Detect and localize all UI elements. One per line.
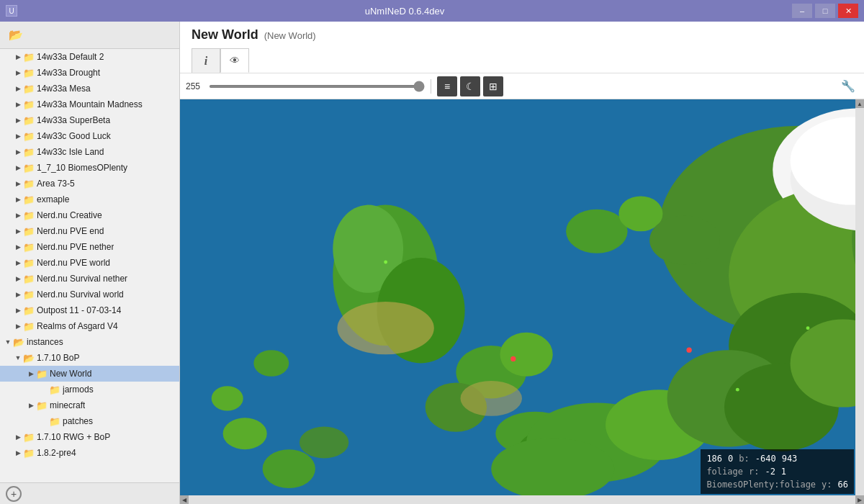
folder-icon: 📁 bbox=[23, 115, 35, 125]
scroll-right-button[interactable]: ▶ bbox=[855, 495, 864, 504]
folder-icon: 📁 bbox=[49, 416, 60, 426]
sidebar-item-nerd-pveworld[interactable]: ▶ 📁 Nerd.nu PVE world bbox=[0, 255, 179, 271]
window-controls: – □ ✕ bbox=[792, 4, 858, 18]
sidebar-item-nerd-pvenether[interactable]: ▶ 📁 Nerd.nu PVE nether bbox=[0, 239, 179, 255]
map-vertical-scrollbar[interactable]: ▲ ▼ bbox=[855, 99, 864, 504]
sidebar-item-14w33c-isleland[interactable]: ▶ 📁 14w33c Isle Land bbox=[0, 144, 179, 160]
tree-arrow: ▶ bbox=[13, 179, 23, 189]
tree-arrow: ▶ bbox=[13, 163, 23, 173]
sidebar-item-exmaple[interactable]: ▶ 📁 exmaple bbox=[0, 192, 179, 207]
add-button[interactable]: + bbox=[6, 486, 22, 502]
tree-arrow: ▶ bbox=[13, 305, 23, 315]
sidebar-item-instances[interactable]: ▼ 📂 instances bbox=[0, 334, 179, 350]
sidebar-item-label: New World bbox=[50, 369, 91, 379]
folder-icon: 📁 bbox=[23, 84, 35, 94]
main-layout: 📂 ▶ 📁 14w33a Default 2 ▶ 📁 14w33a Drough… bbox=[0, 22, 864, 504]
info-row-foliage: foliage r: -2 1 bbox=[706, 465, 848, 478]
tab-info[interactable]: i bbox=[192, 48, 220, 73]
sidebar-item-area73[interactable]: ▶ 📁 Area 73-5 bbox=[0, 176, 179, 192]
info-row-coords: 186 0 b: -640 943 bbox=[706, 452, 848, 465]
sidebar-item-outpost11[interactable]: ▶ 📁 Outpost 11 - 07-03-14 bbox=[0, 302, 179, 318]
app-icon: U bbox=[6, 5, 17, 17]
svg-point-14 bbox=[337, 302, 433, 354]
sidebar-item-182-pre4[interactable]: ▶ 📁 1.8.2-pre4 bbox=[0, 445, 179, 461]
sidebar-item-label: Area 73-5 bbox=[37, 179, 75, 189]
sidebar-item-label: Nerd.nu Survival world bbox=[37, 289, 124, 300]
maximize-button[interactable]: □ bbox=[815, 4, 835, 18]
scroll-track-vertical[interactable] bbox=[855, 108, 864, 495]
list-view-button[interactable]: ≡ bbox=[437, 76, 457, 96]
sidebar-item-realms-asgard[interactable]: ▶ 📁 Realms of Asgard V4 bbox=[0, 318, 179, 334]
coord-z: 0 bbox=[728, 452, 733, 465]
val-r1: -2 bbox=[765, 465, 775, 478]
tree-arrow: ▼ bbox=[3, 337, 13, 347]
folder-icon: 📁 bbox=[23, 68, 35, 78]
sidebar-item-label: 14w33a Drought bbox=[37, 68, 100, 78]
sidebar-item-nerd-pveend[interactable]: ▶ 📁 Nerd.nu PVE end bbox=[0, 223, 179, 239]
map-area[interactable]: ▲ ▼ ◀ ▶ 186 0 b: -640 943 f bbox=[180, 99, 864, 504]
tree-arrow: ▶ bbox=[13, 194, 23, 204]
folder-icon: 📁 bbox=[36, 400, 48, 410]
folder-icon: 📁 bbox=[23, 226, 35, 236]
sidebar-item-nerd-creative[interactable]: ▶ 📁 Nerd.nu Creative bbox=[0, 207, 179, 223]
sidebar-item-label: 14w33a Mountain Madness bbox=[37, 99, 143, 109]
settings-button[interactable]: 🔧 bbox=[838, 76, 858, 96]
folder-icon: 📁 bbox=[23, 274, 35, 284]
sidebar-item-label: 14w33c Good Luck bbox=[37, 131, 111, 141]
sidebar-item-patches[interactable]: ▶ 📁 patches bbox=[0, 413, 179, 429]
world-title: New World bbox=[192, 27, 258, 42]
scroll-left-button[interactable]: ◀ bbox=[180, 495, 189, 504]
tree-arrow: ▶ bbox=[13, 289, 23, 300]
val-b1: -640 bbox=[755, 452, 776, 465]
sidebar-item-minecraft[interactable]: ▶ 📁 minecraft bbox=[0, 397, 179, 413]
sidebar-item-14w33a-mountain[interactable]: ▶ 📁 14w33a Mountain Madness bbox=[0, 96, 179, 112]
minimize-button[interactable]: – bbox=[792, 4, 812, 18]
sidebar-item-14w33a-drought[interactable]: ▶ 📁 14w33a Drought bbox=[0, 65, 179, 81]
tree-arrow: ▶ bbox=[13, 242, 23, 252]
folder-icon: 📁 bbox=[23, 194, 35, 204]
close-button[interactable]: ✕ bbox=[838, 4, 858, 18]
folder-open-icon: 📂 bbox=[9, 28, 23, 42]
sidebar-item-nerd-survivalnether[interactable]: ▶ 📁 Nerd.nu Survival nether bbox=[0, 271, 179, 287]
scroll-track-horizontal[interactable] bbox=[189, 495, 855, 504]
sidebar-item-14w33a-default2[interactable]: ▶ 📁 14w33a Default 2 bbox=[0, 49, 179, 65]
world-header: New World (New World) i 👁 bbox=[180, 22, 864, 73]
map-horizontal-scrollbar[interactable]: ◀ ▶ bbox=[180, 495, 864, 504]
zoom-slider[interactable] bbox=[209, 85, 425, 88]
night-icon: ☾ bbox=[466, 81, 475, 92]
sidebar-item-biomesoplenty[interactable]: ▶ 📁 1_7_10 BiomesOPlenty bbox=[0, 160, 179, 176]
tree-arrow: ▶ bbox=[13, 226, 23, 236]
sidebar-item-14w33a-superbeta[interactable]: ▶ 📁 14w33a SuperBeta bbox=[0, 112, 179, 128]
sidebar-item-new-world[interactable]: ▶ 📁 New World bbox=[0, 366, 179, 382]
eye-icon: 👁 bbox=[230, 55, 240, 66]
grid-button[interactable]: ⊞ bbox=[483, 76, 503, 96]
sidebar-item-nerd-survivalworld[interactable]: ▶ 📁 Nerd.nu Survival world bbox=[0, 287, 179, 302]
tree-arrow: ▶ bbox=[26, 400, 36, 410]
wrench-icon: 🔧 bbox=[841, 79, 855, 93]
label-y: y: bbox=[822, 478, 832, 491]
map-info-overlay: 186 0 b: -640 943 foliage r: -2 1 Biomes… bbox=[701, 449, 854, 494]
folder-icon: 📁 bbox=[23, 258, 35, 268]
sidebar-item-label: exmaple bbox=[37, 194, 69, 204]
folder-icon: 📁 bbox=[23, 179, 35, 189]
sidebar-item-label: jarmods bbox=[63, 384, 94, 395]
sidebar-item-label: Nerd.nu PVE world bbox=[37, 258, 110, 268]
sidebar-item-jarmods[interactable]: ▶ 📁 jarmods bbox=[0, 382, 179, 397]
sidebar-item-label: Nerd.nu PVE end bbox=[37, 226, 104, 236]
night-mode-button[interactable]: ☾ bbox=[460, 76, 480, 96]
sidebar-item-label: Nerd.nu Survival nether bbox=[37, 274, 127, 284]
tab-view[interactable]: 👁 bbox=[220, 48, 249, 73]
sidebar-item-label: instances bbox=[27, 337, 63, 347]
map-toolbar: 255 ≡ ☾ ⊞ 🔧 bbox=[180, 73, 864, 99]
sidebar-item-14w33a-mesa[interactable]: ▶ 📁 14w33a Mesa bbox=[0, 81, 179, 96]
sidebar-item-1710-bop[interactable]: ▼ 📂 1.7.10 BoP bbox=[0, 350, 179, 366]
open-folder-button[interactable]: 📂 bbox=[6, 25, 26, 45]
list-icon: ≡ bbox=[444, 81, 450, 92]
sidebar-item-1710-rwg[interactable]: ▶ 📁 1.7.10 RWG + BoP bbox=[0, 429, 179, 445]
scroll-up-button[interactable]: ▲ bbox=[855, 99, 864, 108]
sidebar-tree[interactable]: ▶ 📁 14w33a Default 2 ▶ 📁 14w33a Drought … bbox=[0, 49, 179, 482]
title-bar: U uNmINeD 0.6.4dev – □ ✕ bbox=[0, 0, 864, 22]
map-canvas bbox=[180, 99, 864, 504]
sidebar-item-14w33c-goodluck[interactable]: ▶ 📁 14w33c Good Luck bbox=[0, 128, 179, 144]
sidebar-item-label: 1.7.10 RWG + BoP bbox=[37, 432, 110, 442]
